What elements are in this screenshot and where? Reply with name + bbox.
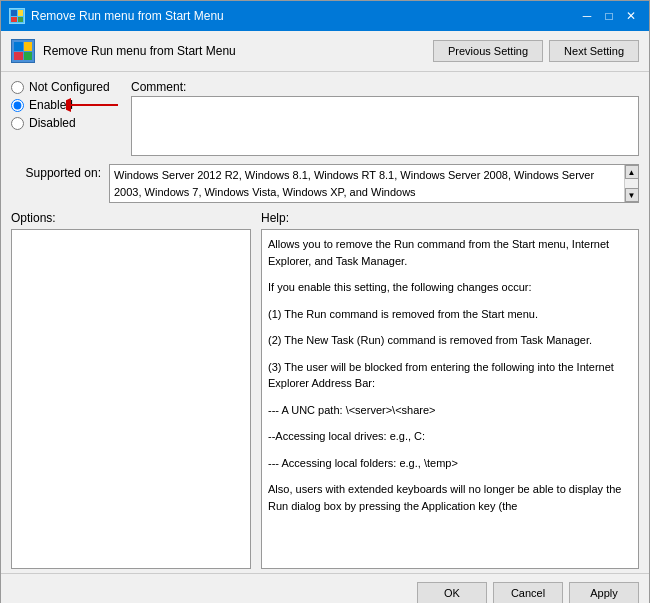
not-configured-radio[interactable] [11,81,24,94]
next-setting-button[interactable]: Next Setting [549,40,639,62]
comment-input[interactable] [131,96,639,156]
window-icon [9,8,25,24]
help-column: Help: Allows you to remove the Run comma… [261,211,639,569]
help-para-7: --Accessing local drives: e.g., C: [268,428,632,445]
help-para-4: (2) The New Task (Run) command is remove… [268,332,632,349]
close-button[interactable]: ✕ [621,6,641,26]
two-col-section: Options: Help: Allows you to remove the … [1,207,649,573]
header-buttons: Previous Setting Next Setting [433,40,639,62]
not-configured-option[interactable]: Not Configured [11,80,131,94]
comment-label: Comment: [131,80,639,94]
options-column: Options: [11,211,251,569]
supported-scroll-down[interactable]: ▼ [625,188,639,202]
header-title: Remove Run menu from Start Menu [43,44,236,58]
help-box[interactable]: Allows you to remove the Run command fro… [261,229,639,569]
policy-icon [11,39,35,63]
supported-text: Windows Server 2012 R2, Windows 8.1, Win… [110,165,624,202]
help-para-6: --- A UNC path: \<server>\<share> [268,402,632,419]
ok-button[interactable]: OK [417,582,487,603]
cancel-button[interactable]: Cancel [493,582,563,603]
apply-button[interactable]: Apply [569,582,639,603]
red-arrow-annotation [66,94,121,116]
disabled-option[interactable]: Disabled [11,116,131,130]
options-label: Options: [11,211,251,225]
not-configured-label: Not Configured [29,80,110,94]
supported-label: Supported on: [11,164,101,180]
enabled-option[interactable]: Enabled [11,98,131,112]
radio-group: Not Configured Enabled Disabled [11,80,131,156]
supported-scroll-track [625,179,638,188]
title-bar-controls: ─ □ ✕ [577,6,641,26]
help-label: Help: [261,211,639,225]
help-para-3: (1) The Run command is removed from the … [268,306,632,323]
help-para-8: --- Accessing local folders: e.g., \temp… [268,455,632,472]
help-para-1: Allows you to remove the Run command fro… [268,236,632,269]
title-bar: Remove Run menu from Start Menu ─ □ ✕ [1,1,649,31]
title-bar-text: Remove Run menu from Start Menu [31,9,224,23]
maximize-button[interactable]: □ [599,6,619,26]
help-para-2: If you enable this setting, the followin… [268,279,632,296]
footer: OK Cancel Apply [1,573,649,603]
header-section: Remove Run menu from Start Menu Previous… [1,31,649,72]
disabled-label: Disabled [29,116,76,130]
supported-scroll-up[interactable]: ▲ [625,165,639,179]
minimize-button[interactable]: ─ [577,6,597,26]
header-left: Remove Run menu from Start Menu [11,39,236,63]
comment-section: Comment: [131,80,639,156]
options-box [11,229,251,569]
help-para-9: Also, users with extended keyboards will… [268,481,632,514]
supported-section: Supported on: Windows Server 2012 R2, Wi… [1,160,649,207]
help-para-5: (3) The user will be blocked from enteri… [268,359,632,392]
supported-wrapper: Windows Server 2012 R2, Windows 8.1, Win… [109,164,639,203]
main-window: Remove Run menu from Start Menu ─ □ ✕ Re… [0,0,650,603]
title-bar-left: Remove Run menu from Start Menu [9,8,224,24]
disabled-radio[interactable] [11,117,24,130]
supported-scrollbar: ▲ ▼ [624,165,638,202]
config-section: Not Configured Enabled Disabled [1,72,649,160]
enabled-radio[interactable] [11,99,24,112]
previous-setting-button[interactable]: Previous Setting [433,40,543,62]
